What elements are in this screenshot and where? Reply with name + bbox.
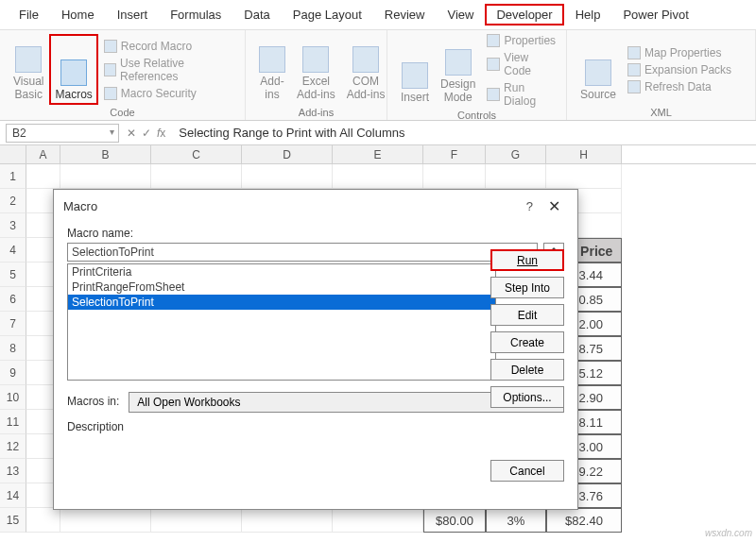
macro-security-button[interactable]: Macro Security (104, 87, 237, 100)
cell-D1[interactable] (242, 164, 333, 189)
cell-H15[interactable]: $82.40 (546, 508, 622, 533)
cell-E15[interactable] (333, 508, 423, 533)
menu-view[interactable]: View (436, 4, 485, 25)
macro-name-input[interactable]: SelectionToPrint (67, 243, 538, 262)
row-5[interactable]: 5 (0, 263, 26, 287)
run-button[interactable]: Run (490, 249, 564, 271)
row-11[interactable]: 11 (0, 410, 26, 434)
menu-data[interactable]: Data (232, 4, 281, 25)
cell-B15[interactable] (60, 508, 151, 533)
record-macro-button[interactable]: Record Macro (104, 40, 237, 53)
macros-in-label: Macros in: (67, 395, 119, 408)
group-label-xml: XML (575, 105, 747, 118)
com-addins-button[interactable]: COM Add-ins (341, 34, 391, 105)
macro-listbox[interactable]: PrintCriteriaPrintRangeFromSheetSelectio… (67, 263, 496, 381)
cell-D15[interactable] (242, 508, 333, 533)
col-E[interactable]: E (333, 145, 423, 163)
cancel-icon[interactable]: ✕ (127, 127, 136, 140)
insert-control-button[interactable]: Insert (395, 34, 435, 108)
menu-home[interactable]: Home (50, 4, 106, 25)
menu-power-pivot[interactable]: Power Pivot (611, 4, 699, 25)
view-code-button[interactable]: View Code (487, 51, 558, 77)
row-12[interactable]: 12 (0, 434, 26, 459)
formula-bar: B2 ✕ ✓ fx Selecting Range to Print with … (0, 121, 756, 145)
step-into-button[interactable]: Step Into (490, 277, 564, 298)
row-1[interactable]: 1 (0, 164, 26, 189)
row-13[interactable]: 13 (0, 459, 26, 483)
cell-F1[interactable] (423, 164, 486, 189)
close-icon[interactable]: ✕ (541, 197, 568, 215)
menu-insert[interactable]: Insert (106, 4, 160, 25)
macro-item-SelectionToPrint[interactable]: SelectionToPrint (68, 295, 495, 310)
cell-G1[interactable] (486, 164, 546, 189)
cell-F15[interactable]: $80.00 (423, 508, 486, 533)
macro-item-PrintCriteria[interactable]: PrintCriteria (68, 264, 495, 279)
cell-C1[interactable] (151, 164, 242, 189)
dialog-buttons: Run Step Into Edit Create Delete Options… (490, 249, 564, 408)
macro-name-label: Macro name: (67, 227, 564, 240)
cell-A1[interactable] (26, 164, 60, 189)
description-label: Description (67, 420, 564, 433)
code-small-list: Record Macro Use Relative References Mac… (98, 34, 237, 105)
col-F[interactable]: F (423, 145, 486, 163)
menu-page-layout[interactable]: Page Layout (282, 4, 373, 25)
ribbon-group-code: Visual Basic Macros Record Macro Use Rel… (0, 30, 246, 120)
cell-G15[interactable]: 3% (486, 508, 546, 533)
xml-small-list: Map Properties Expansion Packs Refresh D… (622, 34, 731, 105)
menu-file[interactable]: File (8, 4, 50, 25)
enter-icon[interactable]: ✓ (142, 127, 151, 140)
refresh-data-button[interactable]: Refresh Data (627, 80, 731, 93)
menu-bar: FileHomeInsertFormulasDataPage LayoutRev… (0, 0, 756, 30)
row-4[interactable]: 4 (0, 238, 26, 263)
cell-E1[interactable] (333, 164, 423, 189)
addins-button[interactable]: Add- ins (253, 34, 291, 105)
delete-button[interactable]: Delete (490, 359, 564, 381)
row-2[interactable]: 2 (0, 189, 26, 213)
row-3[interactable]: 3 (0, 213, 26, 238)
cell-B1[interactable] (60, 164, 151, 189)
source-button[interactable]: Source (575, 34, 622, 105)
cancel-button[interactable]: Cancel (490, 460, 564, 482)
options-button[interactable]: Options... (490, 386, 564, 408)
row-8[interactable]: 8 (0, 336, 26, 361)
relative-references-button[interactable]: Use Relative References (104, 57, 237, 83)
properties-button[interactable]: Properties (487, 34, 558, 47)
row-15[interactable]: 15 (0, 508, 26, 533)
col-D[interactable]: D (242, 145, 333, 163)
menu-formulas[interactable]: Formulas (159, 4, 232, 25)
edit-button[interactable]: Edit (490, 304, 564, 326)
menu-developer[interactable]: Developer (485, 4, 563, 25)
expansion-packs-button[interactable]: Expansion Packs (627, 63, 731, 76)
dialog-titlebar: Macro ? ✕ (54, 190, 577, 223)
cell-A15[interactable] (26, 508, 60, 533)
col-G[interactable]: G (486, 145, 546, 163)
cell-H1[interactable] (546, 164, 622, 189)
formula-input[interactable]: Selecting Range to Print with All Column… (173, 124, 756, 142)
row-14[interactable]: 14 (0, 483, 26, 508)
row-7[interactable]: 7 (0, 312, 26, 336)
name-box[interactable]: B2 (6, 124, 119, 143)
fx-icon[interactable]: fx (157, 127, 165, 140)
row-10[interactable]: 10 (0, 385, 26, 410)
watermark: wsxdn.com (705, 528, 752, 538)
menu-help[interactable]: Help (564, 4, 612, 25)
row-6[interactable]: 6 (0, 287, 26, 312)
create-button[interactable]: Create (490, 331, 564, 353)
col-C[interactable]: C (151, 145, 242, 163)
col-H[interactable]: H (546, 145, 622, 163)
select-all-corner[interactable] (0, 145, 26, 163)
design-mode-button[interactable]: Design Mode (435, 34, 481, 108)
macro-item-PrintRangeFromSheet[interactable]: PrintRangeFromSheet (68, 279, 495, 295)
col-B[interactable]: B (60, 145, 151, 163)
row-9[interactable]: 9 (0, 361, 26, 385)
visual-basic-button[interactable]: Visual Basic (8, 34, 49, 105)
map-properties-button[interactable]: Map Properties (627, 46, 731, 59)
cell-C15[interactable] (151, 508, 242, 533)
macros-button[interactable]: Macros (49, 34, 97, 105)
ribbon-group-xml: Source Map Properties Expansion Packs Re… (567, 30, 756, 120)
col-A[interactable]: A (26, 145, 60, 163)
menu-review[interactable]: Review (373, 4, 437, 25)
run-dialog-button[interactable]: Run Dialog (487, 81, 558, 108)
help-icon[interactable]: ? (519, 199, 541, 213)
excel-addins-button[interactable]: Excel Add-ins (291, 34, 341, 105)
